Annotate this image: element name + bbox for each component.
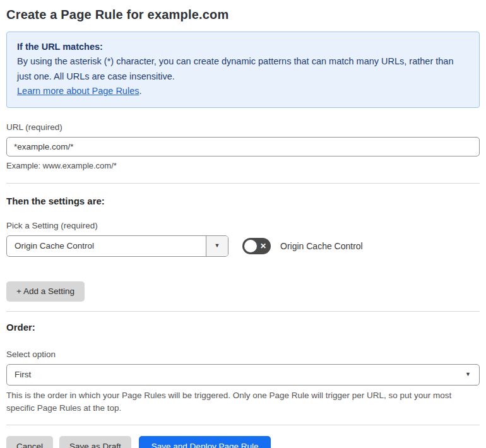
url-match-info-box: If the URL matches: By using the asteris… <box>6 32 480 108</box>
order-select-caret: ▼ <box>465 365 479 385</box>
info-box-heading: If the URL matches: <box>17 40 469 54</box>
pick-setting-label: Pick a Setting (required) <box>6 221 480 230</box>
chevron-down-icon: ▼ <box>465 372 471 377</box>
divider <box>6 311 480 312</box>
toggle-off-x-icon: ✕ <box>260 242 266 250</box>
order-help-text: This is the order in which your Page Rul… <box>6 389 477 415</box>
learn-more-link[interactable]: Learn more about Page Rules <box>17 86 139 96</box>
order-select[interactable]: First ▼ <box>6 364 480 386</box>
settings-section-heading: Then the settings are: <box>6 196 480 206</box>
chevron-down-icon: ▼ <box>215 243 220 249</box>
order-section-heading: Order: <box>6 322 480 333</box>
divider <box>6 183 480 184</box>
link-suffix: . <box>139 86 141 96</box>
save-as-draft-button[interactable]: Save as Draft <box>59 436 131 448</box>
order-select-label: Select option <box>6 350 480 359</box>
order-select-value: First <box>7 365 465 385</box>
save-and-deploy-button[interactable]: Save and Deploy Page Rule <box>139 436 271 448</box>
footer-actions: Cancel Save as Draft Save and Deploy Pag… <box>6 436 480 448</box>
origin-cache-control-toggle[interactable]: ✕ <box>242 238 271 254</box>
divider <box>6 425 480 425</box>
page-title: Create a Page Rule for example.com <box>6 8 480 22</box>
setting-select-caret-box[interactable]: ▼ <box>206 236 228 256</box>
add-setting-button[interactable]: + Add a Setting <box>6 281 85 302</box>
info-box-body: By using the asterisk (*) character, you… <box>17 54 469 84</box>
setting-select[interactable]: Origin Cache Control ▼ <box>6 235 228 257</box>
info-box-link-line: Learn more about Page Rules. <box>17 84 469 98</box>
url-field-label: URL (required) <box>6 122 480 132</box>
url-input[interactable] <box>6 137 480 156</box>
setting-select-value: Origin Cache Control <box>7 236 206 256</box>
url-example-text: Example: www.example.com/* <box>6 161 480 170</box>
toggle-knob <box>244 240 257 252</box>
setting-row: Origin Cache Control ▼ ✕ Origin Cache Co… <box>6 235 480 257</box>
page-rule-form: Create a Page Rule for example.com If th… <box>0 0 486 448</box>
cancel-button[interactable]: Cancel <box>6 436 53 448</box>
toggle-label: Origin Cache Control <box>280 241 363 251</box>
